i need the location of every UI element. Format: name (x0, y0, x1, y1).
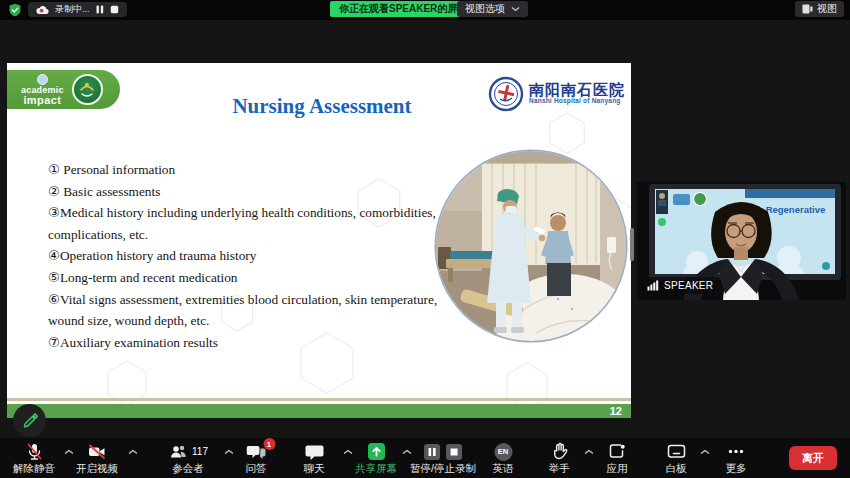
list-item: ② Basic assessments (48, 181, 452, 203)
view-options-button[interactable]: 视图选项 (457, 1, 528, 17)
chat-label: 聊天 (304, 463, 325, 474)
recording-cloud-icon (36, 1, 49, 19)
apps-icon (608, 442, 627, 461)
academic-impact-badge-icon (72, 74, 103, 105)
panel-resize-handle[interactable] (630, 228, 634, 261)
view-label: 视图 (817, 2, 837, 16)
speaker-name-badge: SPEAKER (642, 277, 720, 294)
list-item: ④Operation history and trauma history (48, 245, 452, 267)
viewing-screen-banner: 你正在观看SPEAKER的屏幕 (330, 1, 476, 17)
hospital-emblem-icon (488, 76, 524, 112)
mute-options-chevron-icon[interactable] (64, 449, 74, 455)
encryption-shield-icon[interactable] (8, 3, 22, 17)
list-item: ⑦Auxiliary examination results (48, 332, 452, 354)
hospital-name-en: Nanshi Hospital of Nanyang (529, 98, 625, 105)
participants-count: 117 (192, 446, 208, 457)
chevron-down-icon (511, 6, 520, 12)
pause-stop-recording-button[interactable]: 暂停/停止录制 (410, 442, 476, 474)
more-icon (727, 442, 746, 461)
whiteboard-chevron-icon[interactable] (700, 449, 710, 455)
leave-button[interactable]: 离开 (789, 446, 837, 470)
audio-level-icon (647, 280, 659, 291)
participants-icon (168, 442, 188, 461)
bottom-toolbar: 解除静音 开启视频 117 (0, 438, 850, 478)
recording-indicator: 录制中... (28, 2, 127, 17)
chat-button[interactable]: 聊天 (304, 442, 325, 474)
apps-button[interactable]: 应用 (607, 442, 628, 474)
reactions-chevron-icon[interactable] (584, 449, 594, 455)
view-options-label: 视图选项 (465, 2, 505, 16)
more-button[interactable]: 更多 (726, 442, 747, 474)
share-screen-icon (367, 442, 386, 461)
camera-off-icon (87, 442, 107, 461)
academic-impact-text: academic impact (21, 74, 64, 106)
speaker-video-tile: with Regenerative (637, 182, 846, 300)
chat-icon (304, 442, 324, 461)
raise-hand-button[interactable]: 举手 (549, 442, 570, 474)
assessment-list: ① Personal information ② Basic assessmen… (48, 159, 452, 353)
hospital-logo: 南阳南石医院 Nanshi Hospital of Nanyang (488, 76, 625, 112)
qa-badge: 1 (263, 438, 275, 450)
unmute-label: 解除静音 (13, 463, 55, 474)
nurse-patient-photo (436, 151, 626, 341)
academic-impact-logo: academic impact (7, 70, 120, 109)
video-options-chevron-icon[interactable] (128, 449, 138, 455)
share-screen-label: 共享屏幕 (355, 463, 397, 474)
pencil-icon (21, 412, 38, 429)
whiteboard-button[interactable]: 白板 (666, 442, 687, 474)
participants-label: 参会者 (172, 463, 204, 474)
raise-hand-icon (551, 442, 567, 461)
list-item: ⑥Vital signs assessment, extremities blo… (48, 289, 452, 332)
qa-button[interactable]: 1 问答 (246, 442, 267, 474)
un-emblem-icon (37, 74, 48, 85)
stop-recording-toolbar-icon (445, 443, 463, 461)
qa-icon: 1 (246, 442, 266, 461)
participants-chevron-icon[interactable] (224, 449, 234, 455)
raise-hand-label: 举手 (549, 463, 570, 474)
shared-screen-slide: academic impact Nursing Assessment (7, 63, 631, 418)
pause-recording-toolbar-icon (423, 443, 441, 461)
participants-button[interactable]: 117 参会者 (168, 442, 208, 474)
language-en-icon: EN (494, 443, 512, 461)
start-video-label: 开启视频 (76, 463, 118, 474)
interpretation-label: 英语 (493, 463, 514, 474)
apps-label: 应用 (607, 463, 628, 474)
slide-footer-bar: 12 (7, 404, 631, 418)
top-bar: 录制中... 你正在观看SPEAKER的屏幕 视图选项 视图 (0, 0, 850, 20)
list-item: ① Personal information (48, 159, 452, 181)
zoom-meeting-window: 录制中... 你正在观看SPEAKER的屏幕 视图选项 视图 (0, 0, 850, 478)
share-screen-button[interactable]: 共享屏幕 (355, 442, 397, 474)
chat-chevron-icon[interactable] (343, 449, 353, 455)
whiteboard-icon (666, 442, 686, 461)
qa-label: 问答 (246, 463, 267, 474)
hospital-name-cn: 南阳南石医院 (529, 83, 625, 99)
stop-recording-icon[interactable] (110, 5, 119, 14)
speaker-name-label: SPEAKER (664, 280, 713, 291)
annotate-button[interactable] (13, 404, 46, 437)
microphone-muted-icon (25, 442, 44, 461)
list-item: ⑤Long-term and recent medication (48, 267, 452, 289)
pause-recording-icon[interactable] (96, 5, 104, 14)
whiteboard-label: 白板 (666, 463, 687, 474)
page-number: 12 (610, 405, 622, 417)
list-item: ③Medical history including underlying he… (48, 202, 452, 245)
interpretation-button[interactable]: EN 英语 (493, 442, 514, 474)
view-layout-icon (802, 4, 813, 14)
more-label: 更多 (726, 463, 747, 474)
slide-title: Nursing Assessment (157, 94, 487, 119)
view-button[interactable]: 视图 (795, 1, 844, 17)
recording-label: 录制中... (55, 3, 90, 16)
start-video-button[interactable]: 开启视频 (76, 442, 118, 474)
record-label: 暂停/停止录制 (410, 463, 476, 474)
unmute-button[interactable]: 解除静音 (13, 442, 55, 474)
slide-divider-line (7, 398, 631, 401)
